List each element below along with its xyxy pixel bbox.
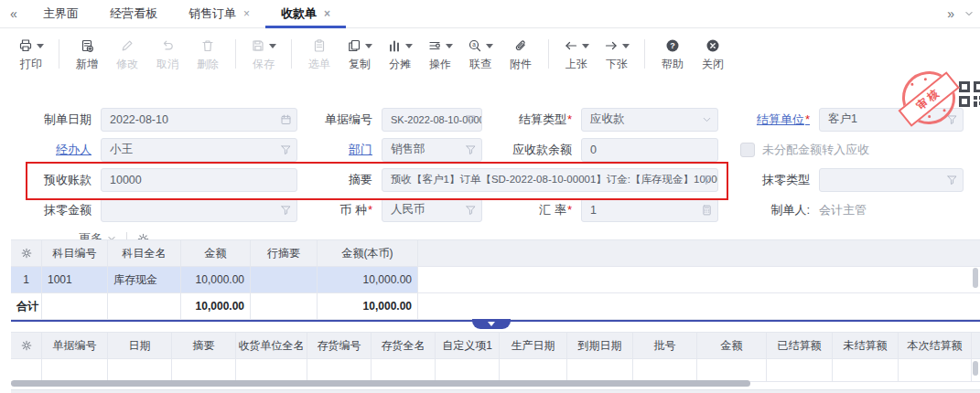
header-cell[interactable]: 行摘要 — [251, 240, 318, 266]
cell[interactable] — [251, 267, 318, 292]
header-cell[interactable]: 科目全名 — [108, 240, 181, 266]
settle-unit-label[interactable]: 结算单位 — [727, 112, 810, 128]
add-new-button[interactable]: 新增 — [70, 37, 104, 72]
receivable-balance-field[interactable]: 0 — [581, 138, 718, 162]
header-cell[interactable]: 未结算额 — [833, 333, 899, 358]
gear-icon[interactable] — [20, 247, 33, 260]
header-cell[interactable] — [11, 333, 42, 358]
header-cell[interactable]: 日期 — [108, 333, 172, 358]
tab-close-icon[interactable]: × — [243, 8, 250, 19]
cell[interactable] — [697, 359, 767, 381]
dropdown-caret-icon[interactable] — [405, 44, 413, 48]
dropdown-caret-icon[interactable] — [582, 44, 589, 48]
exchange-rate-field[interactable]: 1 — [581, 198, 718, 222]
header-cell[interactable]: 存货编号 — [307, 333, 372, 358]
attachment-button[interactable]: 附件 — [503, 37, 538, 72]
header-cell[interactable]: 摘要 — [172, 333, 236, 358]
vertical-scrollbar-thumb[interactable] — [973, 361, 978, 376]
header-cell[interactable]: 存货全名 — [372, 333, 436, 358]
expand-tabs-icon[interactable]: » — [947, 6, 954, 21]
operate-button[interactable]: 操作 — [423, 37, 458, 72]
dropdown-caret-icon[interactable] — [622, 44, 630, 48]
cell[interactable] — [307, 359, 372, 381]
cell[interactable] — [11, 359, 42, 381]
cell[interactable] — [42, 359, 108, 381]
calculator-icon[interactable] — [701, 204, 713, 216]
cell[interactable]: 10,000.00 — [318, 267, 418, 292]
cell[interactable] — [833, 359, 899, 381]
filter-icon[interactable] — [946, 174, 958, 186]
help-button[interactable]: ?帮助 — [655, 37, 690, 72]
cell[interactable]: 库存现金 — [108, 267, 181, 292]
currency-field[interactable]: 人民币 — [382, 198, 482, 222]
cell[interactable]: 合计 — [11, 293, 42, 319]
filter-icon[interactable] — [280, 143, 292, 155]
prev-doc-button[interactable]: 上张 — [559, 37, 594, 72]
header-cell[interactable]: 科目编号 — [42, 240, 108, 266]
tab-item-3[interactable]: 销售订单× — [173, 0, 265, 27]
cell[interactable] — [436, 359, 500, 381]
cell[interactable] — [372, 359, 436, 381]
cell[interactable]: 1 — [11, 267, 42, 292]
header-cell[interactable]: 金额 — [697, 333, 767, 358]
next-doc-button[interactable]: 下张 — [599, 37, 634, 72]
save-button[interactable]: 保存 — [246, 37, 281, 72]
horizontal-scrollbar-thumb[interactable] — [11, 380, 750, 387]
rounding-type-field[interactable] — [819, 168, 964, 192]
dropdown-caret-icon[interactable] — [446, 44, 453, 48]
department-label[interactable]: 部门 — [307, 142, 372, 158]
chevron-down-icon[interactable] — [964, 8, 975, 19]
cancel-button[interactable]: 取消 — [150, 37, 185, 72]
cell[interactable] — [172, 359, 236, 381]
header-cell[interactable]: 本次结算额 — [899, 333, 972, 358]
chevron-down-icon[interactable] — [701, 113, 713, 125]
header-cell[interactable]: 金额(本币) — [318, 240, 418, 266]
tab-item-1[interactable]: 主界面 — [27, 0, 94, 27]
doc-date-field[interactable]: 2022-08-10 — [101, 108, 297, 132]
advance-amount-field[interactable]: 10000 — [101, 168, 297, 192]
cell[interactable]: 10,000.00 — [181, 293, 251, 319]
dropdown-caret-icon[interactable] — [37, 44, 44, 48]
cell[interactable] — [236, 359, 307, 381]
cell[interactable] — [633, 359, 697, 381]
header-cell[interactable]: 已结算额 — [767, 333, 833, 358]
copy-button[interactable]: 复制 — [342, 37, 377, 72]
cell[interactable] — [899, 359, 972, 381]
doc-no-field[interactable]: SK-2022-08-10-00001 — [382, 108, 482, 132]
header-cell[interactable]: 自定义项1 — [436, 333, 500, 358]
delete-button[interactable]: 删除 — [190, 37, 225, 72]
settle-type-select[interactable]: 应收款 — [581, 108, 718, 132]
cell[interactable] — [567, 359, 633, 381]
dropdown-caret-icon[interactable] — [269, 44, 276, 48]
filter-icon[interactable] — [280, 204, 292, 216]
cell[interactable] — [500, 359, 567, 381]
filter-icon[interactable] — [701, 174, 713, 186]
tab-close-icon[interactable]: × — [324, 8, 330, 19]
cell[interactable] — [251, 293, 318, 319]
header-cell[interactable]: 批号 — [633, 333, 697, 358]
link-query-button[interactable]: a联查 — [463, 37, 498, 72]
cell[interactable] — [767, 359, 833, 381]
print-button[interactable]: 打印 — [14, 37, 48, 72]
gear-icon[interactable] — [20, 339, 33, 352]
allocate-button[interactable]: 分摊 — [382, 37, 417, 72]
tab-item-2[interactable]: 经营看板 — [94, 0, 173, 27]
transfer-checkbox[interactable] — [740, 143, 755, 157]
cell[interactable] — [108, 293, 181, 319]
filter-icon[interactable] — [465, 143, 477, 155]
filter-icon[interactable] — [465, 113, 477, 125]
summary-field[interactable]: 预收【客户1】订单【SD-2022-08-10-00001】订金:【库存现金】1… — [382, 168, 718, 192]
filter-icon[interactable] — [465, 204, 477, 216]
header-cell[interactable]: 金额 — [181, 240, 251, 266]
tab-item-4[interactable]: 收款单× — [265, 0, 346, 27]
table-row[interactable] — [11, 359, 980, 382]
vertical-scrollbar-thumb[interactable] — [973, 268, 978, 288]
cell[interactable] — [42, 293, 108, 319]
cell[interactable] — [108, 359, 172, 381]
header-cell[interactable]: 生产日期 — [500, 333, 567, 358]
dropdown-caret-icon[interactable] — [365, 44, 372, 48]
dropdown-caret-icon[interactable] — [486, 44, 493, 48]
department-field[interactable]: 销售部 — [382, 138, 482, 162]
header-cell[interactable]: 收货单位全名 — [236, 333, 307, 358]
modify-button[interactable]: 修改 — [110, 37, 145, 72]
